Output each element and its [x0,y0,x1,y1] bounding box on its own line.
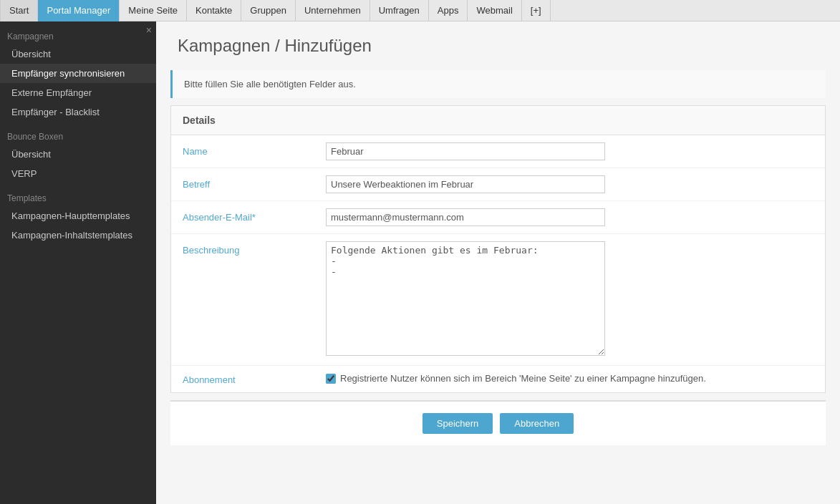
abonnement-field: Registrierte Nutzer können sich im Berei… [326,373,706,384]
form-row-betreff: Betreff [171,168,825,201]
sidebar: × Kampagnen Übersicht Empfänger synchron… [0,21,156,504]
betreff-label: Betreff [183,175,326,190]
name-field [326,142,814,160]
form-row-name: Name [171,135,825,168]
form-actions: Speichern Abbrechen [170,401,826,445]
sidebar-item-empfaenger-blacklist[interactable]: Empfänger - Blacklist [0,102,156,122]
nav-portal-manager[interactable]: Portal Manager [38,0,120,21]
sidebar-close-button[interactable]: × [146,24,152,36]
abonnement-text: Registrierte Nutzer können sich im Berei… [340,373,706,384]
page-title: Kampagnen / Hinzufügen [178,36,819,56]
sidebar-item-empfaenger-synchronisieren[interactable]: Empfänger synchronisieren [0,64,156,83]
beschreibung-field: Folgende Aktionen gibt es im Februar: - … [326,241,814,358]
form-section-title: Details [171,106,825,135]
nav-start[interactable]: Start [0,0,38,21]
nav-unternehmen[interactable]: Unternehmen [296,0,370,21]
save-button[interactable]: Speichern [423,413,493,434]
sidebar-section-bounce-boxen: Bounce Boxen [0,122,156,145]
absender-label: Absender-E-Mail* [183,208,326,223]
nav-webmail[interactable]: Webmail [468,0,521,21]
beschreibung-label: Beschreibung [183,241,326,256]
main-layout: × Kampagnen Übersicht Empfänger synchron… [0,21,840,504]
sidebar-item-externe-empfaenger[interactable]: Externe Empfänger [0,83,156,102]
sidebar-item-kampagnen-inhaltstemplates[interactable]: Kampagnen-Inhaltstemplates [0,226,156,245]
nav-gruppen[interactable]: Gruppen [241,0,296,21]
info-message: Bitte füllen Sie alle benötigten Felder … [184,79,356,89]
form-section-details: Details Name Betreff Absender-E-Mail* [170,105,826,393]
sidebar-item-kampagnen-haupttemplates[interactable]: Kampagnen-Haupttemplates [0,206,156,226]
sidebar-section-kampagnen: Kampagnen [0,21,156,44]
beschreibung-textarea[interactable]: Folgende Aktionen gibt es im Februar: - … [326,241,605,356]
absender-input[interactable] [326,208,605,226]
absender-field [326,208,814,226]
abonnement-label: Abonnement [183,373,326,385]
cancel-button[interactable]: Abbrechen [500,413,574,434]
form-row-beschreibung: Beschreibung Folgende Aktionen gibt es i… [171,234,825,366]
info-box: Bitte füllen Sie alle benötigten Felder … [170,70,826,98]
name-label: Name [183,142,326,157]
main-content: Kampagnen / Hinzufügen Bitte füllen Sie … [156,21,840,504]
betreff-input[interactable] [326,175,605,193]
top-navigation: Start Portal Manager Meine Seite Kontakt… [0,0,840,21]
form-row-abonnement: Abonnement Registrierte Nutzer können si… [171,366,825,392]
nav-plus[interactable]: [+] [522,0,551,21]
sidebar-item-bounce-uebersicht[interactable]: Übersicht [0,145,156,164]
name-input[interactable] [326,142,605,160]
sidebar-item-kampagnen-uebersicht[interactable]: Übersicht [0,44,156,64]
betreff-field [326,175,814,193]
sidebar-section-templates: Templates [0,183,156,206]
form-row-absender: Absender-E-Mail* [171,201,825,234]
nav-umfragen[interactable]: Umfragen [370,0,429,21]
nav-meine-seite[interactable]: Meine Seite [120,0,187,21]
abonnement-checkbox[interactable] [326,374,336,384]
nav-apps[interactable]: Apps [429,0,468,21]
page-header: Kampagnen / Hinzufügen [156,21,840,63]
nav-kontakte[interactable]: Kontakte [187,0,241,21]
sidebar-item-verp[interactable]: VERP [0,164,156,183]
